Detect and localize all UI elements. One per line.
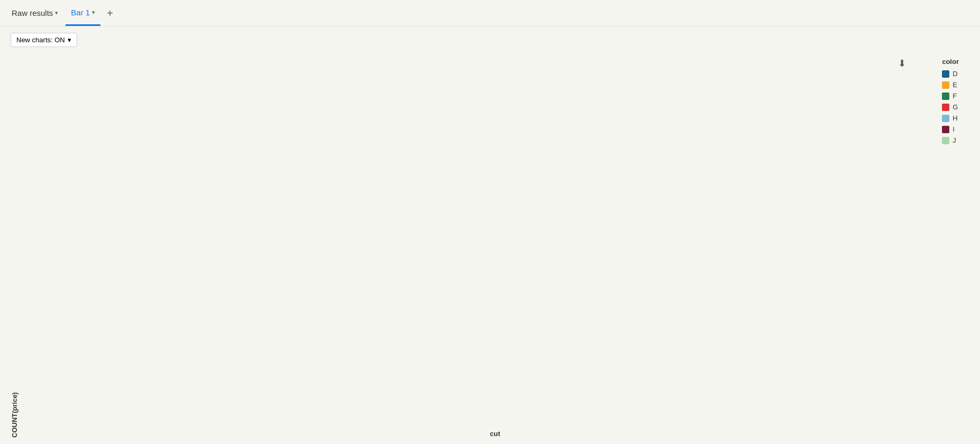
svg-text:Ideal: Ideal [458, 411, 473, 419]
svg-text:4K: 4K [34, 138, 43, 146]
new-charts-chevron: ▾ [68, 36, 71, 44]
svg-rect-16 [240, 363, 256, 406]
svg-rect-36 [642, 251, 658, 406]
tab-raw-results-label: Raw results [12, 8, 53, 17]
svg-text:Very Good: Very Good [785, 411, 817, 419]
chart-container: COUNT(price) 02K4KFairGoodIdealPremiumVe… [11, 52, 969, 440]
svg-rect-45 [826, 327, 843, 407]
legend-swatch-F [942, 92, 949, 100]
legend-label-I: I [953, 125, 955, 133]
svg-rect-11 [123, 386, 139, 406]
legend-item-J: J [942, 136, 959, 144]
svg-rect-25 [424, 149, 440, 406]
svg-text:0: 0 [39, 402, 43, 410]
svg-rect-24 [408, 219, 424, 406]
legend-label-D: D [953, 70, 957, 78]
svg-rect-38 [676, 353, 692, 406]
legend-label-G: G [953, 103, 958, 111]
legend-swatch-I [942, 126, 949, 133]
svg-rect-43 [793, 255, 809, 406]
legend-swatch-G [942, 104, 949, 111]
svg-rect-12 [139, 386, 155, 406]
legend: color D E F G H I [942, 58, 959, 144]
svg-rect-42 [776, 264, 792, 407]
new-charts-toggle[interactable]: New charts: ON ▾ [11, 33, 77, 47]
svg-rect-14 [173, 399, 189, 406]
svg-rect-44 [809, 286, 826, 406]
tab-bar: Raw results ▾ Bar 1 ▾ + [0, 0, 980, 26]
legend-label-E: E [953, 81, 957, 89]
new-charts-label: New charts: ON [16, 36, 65, 44]
svg-rect-28 [474, 201, 491, 406]
legend-title: color [942, 58, 959, 66]
svg-rect-10 [106, 381, 122, 406]
svg-rect-19 [290, 349, 307, 406]
tab-bar1-label: Bar 1 [71, 8, 90, 17]
svg-rect-30 [508, 347, 524, 406]
legend-item-G: G [942, 103, 959, 111]
legend-item-H: H [942, 114, 959, 122]
svg-rect-37 [659, 312, 675, 407]
tab-bar1[interactable]: Bar 1 ▾ [66, 0, 100, 26]
svg-rect-41 [759, 248, 775, 406]
chart-svg-area: 02K4KFairGoodIdealPremiumVery Good [21, 52, 969, 430]
tab-raw-results-chevron: ▾ [55, 10, 58, 16]
download-button[interactable]: ⬇ [898, 58, 906, 69]
svg-rect-35 [625, 214, 642, 407]
svg-rect-22 [340, 386, 357, 406]
chart-area: New charts: ON ▾ COUNT(price) 02K4KFairG… [0, 26, 980, 444]
svg-rect-17 [256, 345, 273, 406]
svg-rect-9 [89, 387, 105, 406]
legend-item-F: F [942, 92, 959, 100]
svg-rect-29 [491, 268, 507, 406]
legend-label-H: H [953, 114, 957, 122]
svg-rect-32 [575, 301, 591, 406]
y-axis-label: COUNT(price) [11, 52, 19, 440]
legend-item-I: I [942, 125, 959, 133]
legend-swatch-H [942, 115, 949, 122]
legend-swatch-J [942, 137, 949, 144]
legend-swatch-D [942, 70, 949, 78]
legend-swatch-E [942, 81, 949, 89]
svg-rect-40 [743, 307, 759, 406]
svg-rect-18 [273, 346, 290, 406]
legend-label-F: F [953, 92, 957, 100]
chart-inner: 02K4KFairGoodIdealPremiumVery Good cut [21, 52, 969, 440]
svg-rect-8 [72, 396, 89, 406]
svg-rect-33 [591, 252, 608, 406]
svg-text:Fair: Fair [125, 411, 137, 419]
svg-rect-26 [441, 154, 457, 406]
toolbar: New charts: ON ▾ [11, 33, 969, 47]
legend-item-D: D [942, 70, 959, 78]
svg-text:Good: Good [290, 411, 307, 419]
legend-item-E: E [942, 81, 959, 89]
svg-rect-27 [458, 84, 474, 407]
tab-raw-results[interactable]: Raw results ▾ [6, 0, 63, 26]
svg-rect-20 [307, 360, 323, 406]
svg-rect-34 [608, 253, 625, 406]
svg-rect-13 [156, 395, 172, 406]
legend-label-J: J [953, 136, 956, 144]
tab-bar1-chevron: ▾ [92, 9, 95, 16]
svg-text:2K: 2K [34, 270, 43, 278]
add-tab-button[interactable]: + [103, 8, 117, 18]
svg-rect-46 [843, 362, 859, 406]
svg-rect-21 [323, 372, 340, 406]
x-axis-label: cut [21, 430, 969, 440]
svg-text:Premium: Premium [620, 411, 647, 419]
